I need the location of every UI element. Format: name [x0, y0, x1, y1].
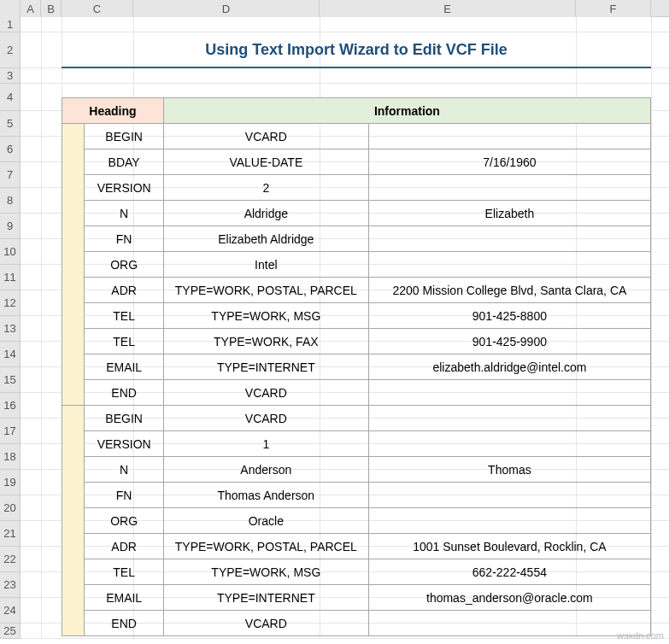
cell-heading[interactable]: TEL — [85, 329, 163, 354]
cell-info-1[interactable]: TYPE=WORK, POSTAL, PARCEL — [163, 278, 368, 303]
cell-info-1[interactable]: TYPE=INTERNET — [163, 585, 368, 611]
cell-info-2[interactable]: 901-425-8800 — [368, 303, 650, 329]
cell-info-1[interactable]: Aldridge — [163, 201, 368, 226]
row-header-19[interactable]: 19 — [0, 470, 21, 495]
cell-info-2[interactable]: 2200 Mission College Blvd, Santa Clara, … — [368, 278, 650, 303]
row-header-21[interactable]: 21 — [0, 521, 21, 547]
row-header-8[interactable]: 8 — [0, 188, 21, 214]
cell-heading[interactable]: END — [85, 611, 163, 636]
row-header-22[interactable]: 22 — [0, 547, 21, 572]
cell-info-2[interactable] — [368, 508, 650, 534]
cell-heading[interactable]: ADR — [85, 534, 163, 559]
cell-info-1[interactable]: Elizabeth Aldridge — [163, 226, 368, 252]
cell-info-1[interactable]: TYPE=INTERNET — [163, 354, 368, 380]
contact-group-label[interactable]: Contact 1 — [62, 124, 85, 406]
cell-info-2[interactable] — [368, 124, 650, 149]
cell-heading[interactable]: VERSION — [85, 175, 163, 201]
cell-info-2[interactable] — [368, 175, 650, 201]
cell-info-1[interactable]: VALUE-DATE — [163, 149, 368, 175]
cell-heading[interactable]: N — [85, 457, 163, 483]
cell-heading[interactable]: BDAY — [85, 149, 163, 175]
col-header-a[interactable]: A — [21, 0, 41, 17]
cell-info-1[interactable]: Oracle — [163, 508, 368, 534]
row-header-18[interactable]: 18 — [0, 444, 21, 470]
cell-heading[interactable]: BEGIN — [85, 406, 163, 431]
row-header-11[interactable]: 11 — [0, 265, 21, 290]
row-header-25[interactable]: 25 — [0, 624, 21, 639]
row-header-6[interactable]: 6 — [0, 137, 21, 162]
cell-heading[interactable]: VERSION — [85, 431, 163, 457]
row-header-17[interactable]: 17 — [0, 419, 21, 444]
row-header-12[interactable]: 12 — [0, 290, 21, 316]
cell-heading[interactable]: N — [85, 201, 163, 226]
table-row: EMAILTYPE=INTERNETthomas_anderson@oracle… — [62, 585, 651, 611]
cell-info-2[interactable]: Elizabeth — [368, 201, 650, 226]
row-header-7[interactable]: 7 — [0, 162, 21, 188]
cell-info-2[interactable] — [368, 483, 650, 508]
cell-heading[interactable]: END — [85, 380, 163, 406]
row-header-10[interactable]: 10 — [0, 239, 21, 265]
cell-heading[interactable]: ADR — [85, 278, 163, 303]
cell-info-2[interactable]: 7/16/1960 — [368, 149, 650, 175]
cell-info-1[interactable]: TYPE=WORK, MSG — [163, 303, 368, 329]
col-header-e[interactable]: E — [320, 0, 576, 17]
title-cell[interactable]: Using Text Import Wizard to Edit VCF Fil… — [62, 32, 651, 68]
row-header-23[interactable]: 23 — [0, 572, 21, 598]
cell-info-1[interactable]: Thomas Anderson — [163, 483, 368, 508]
cell-info-1[interactable]: 2 — [163, 175, 368, 201]
cell-info-2[interactable] — [368, 431, 650, 457]
cell-info-1[interactable]: TYPE=WORK, MSG — [163, 559, 368, 585]
cell-heading[interactable]: FN — [85, 226, 163, 252]
cell-info-2[interactable] — [368, 611, 650, 636]
grid-area[interactable]: Using Text Import Wizard to Edit VCF Fil… — [21, 17, 669, 639]
cell-info-2[interactable] — [368, 226, 650, 252]
row-header-16[interactable]: 16 — [0, 393, 21, 419]
row-header-20[interactable]: 20 — [0, 495, 21, 521]
header-heading[interactable]: Heading — [62, 98, 164, 124]
select-all-corner[interactable] — [0, 0, 21, 17]
row-header-2[interactable]: 2 — [0, 32, 21, 68]
cell-heading[interactable]: FN — [85, 483, 163, 508]
cell-info-1[interactable]: VCARD — [163, 380, 368, 406]
col-header-c[interactable]: C — [62, 0, 133, 17]
cell-info-1[interactable]: 1 — [163, 431, 368, 457]
cell-heading[interactable]: TEL — [85, 559, 163, 585]
row-header-1[interactable]: 1 — [0, 17, 21, 32]
col-header-d[interactable]: D — [133, 0, 320, 17]
page-title: Using Text Import Wizard to Edit VCF Fil… — [205, 41, 508, 59]
cell-info-1[interactable]: TYPE=WORK, FAX — [163, 329, 368, 354]
cell-info-2[interactable]: Thomas — [368, 457, 650, 483]
cell-heading[interactable]: BEGIN — [85, 124, 163, 149]
cell-info-2[interactable]: 662-222-4554 — [368, 559, 650, 585]
cell-info-1[interactable]: TYPE=WORK, POSTAL, PARCEL — [163, 534, 368, 559]
row-header-24[interactable]: 24 — [0, 598, 21, 624]
cell-info-2[interactable]: 1001 Sunset Boulevard, Rocklin, CA — [368, 534, 650, 559]
cell-heading[interactable]: TEL — [85, 303, 163, 329]
col-header-f[interactable]: F — [576, 0, 651, 17]
cell-info-2[interactable]: 901-425-9900 — [368, 329, 650, 354]
row-header-3[interactable]: 3 — [0, 68, 21, 84]
cell-heading[interactable]: ORG — [85, 252, 163, 278]
cell-info-2[interactable]: elizabeth.aldridge@intel.com — [368, 354, 650, 380]
cell-info-2[interactable] — [368, 252, 650, 278]
cell-info-2[interactable]: thomas_anderson@oracle.com — [368, 585, 650, 611]
cell-info-2[interactable] — [368, 406, 650, 431]
cell-info-2[interactable] — [368, 380, 650, 406]
row-header-5[interactable]: 5 — [0, 111, 21, 137]
cell-info-1[interactable]: VCARD — [163, 124, 368, 149]
contact-group-label[interactable]: Contact 2 — [62, 406, 85, 636]
cell-heading[interactable]: EMAIL — [85, 354, 163, 380]
cell-info-1[interactable]: VCARD — [163, 611, 368, 636]
row-header-13[interactable]: 13 — [0, 316, 21, 342]
cell-heading[interactable]: EMAIL — [85, 585, 163, 611]
cell-info-1[interactable]: VCARD — [163, 406, 368, 431]
row-header-14[interactable]: 14 — [0, 342, 21, 367]
row-header-15[interactable]: 15 — [0, 367, 21, 393]
cell-info-1[interactable]: Intel — [163, 252, 368, 278]
cell-info-1[interactable]: Anderson — [163, 457, 368, 483]
row-header-4[interactable]: 4 — [0, 84, 21, 111]
col-header-b[interactable]: B — [41, 0, 62, 17]
header-information[interactable]: Information — [163, 98, 650, 124]
cell-heading[interactable]: ORG — [85, 508, 163, 534]
row-header-9[interactable]: 9 — [0, 214, 21, 239]
